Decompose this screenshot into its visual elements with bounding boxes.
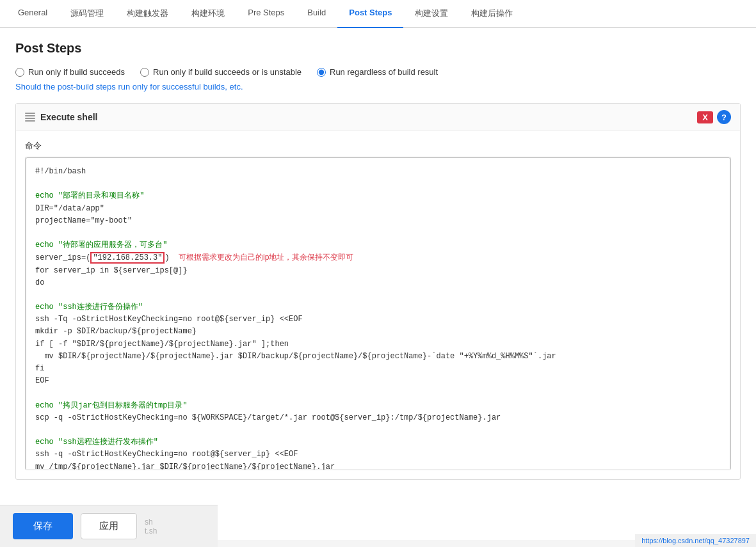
page-title: Post Steps [15,41,741,56]
radio-label-3: Run regardless of build result [330,67,438,77]
save-button[interactable]: 保存 [13,513,73,539]
radio-label-2: Run only if build succeeds or is unstabl… [153,67,302,77]
close-button[interactable]: X [697,111,713,123]
tab-build-trigger[interactable]: 构建触发器 [115,0,180,28]
tab-post-steps[interactable]: Post Steps [337,0,403,28]
radio-input-3[interactable] [317,68,326,77]
tab-pre-steps[interactable]: Pre Steps [236,0,296,28]
status-bar: https://blog.csdn.net/qq_47327897 [635,534,756,540]
tab-bar: General 源码管理 构建触发器 构建环境 Pre Steps Build … [0,0,756,28]
tab-build-settings[interactable]: 构建设置 [403,0,460,28]
shell-card: Execute shell X ? 命令 #!/bin/bash echo "部… [15,103,741,480]
status-url: https://blog.csdn.net/qq_47327897 [641,537,750,540]
header-buttons: X ? [697,110,731,124]
shell-card-title-area: Execute shell [25,112,98,122]
help-button[interactable]: ? [717,110,731,124]
radio-option-2[interactable]: Run only if build succeeds or is unstabl… [140,67,302,77]
main-content: Post Steps Run only if build succeeds Ru… [0,28,756,540]
shell-card-header: Execute shell X ? [16,104,740,131]
code-editor[interactable]: #!/bin/bash echo "部署的目录和项目名称" DIR="/data… [26,157,730,470]
command-label: 命令 [25,140,731,152]
radio-label-1: Run only if build succeeds [28,67,125,77]
tab-post-build[interactable]: 构建后操作 [460,0,524,28]
radio-group: Run only if build succeeds Run only if b… [15,67,741,77]
radio-input-2[interactable] [140,68,149,77]
hint-text: Should the post-build steps run only for… [15,82,741,91]
tab-general[interactable]: General [6,0,59,28]
drag-handle-icon[interactable] [25,113,35,122]
radio-option-1[interactable]: Run only if build succeeds [15,67,125,77]
apply-button[interactable]: 应用 [81,513,137,539]
partial-label-1: sh [145,518,157,527]
tab-build[interactable]: Build [296,0,337,28]
code-container[interactable]: #!/bin/bash echo "部署的目录和项目名称" DIR="/data… [25,157,731,470]
partial-label-2: t.sh [145,527,157,535]
tab-build-env[interactable]: 构建环境 [180,0,236,28]
shell-card-body: 命令 #!/bin/bash echo "部署的目录和项目名称" DIR="/d… [16,131,740,479]
shell-card-title: Execute shell [40,112,98,122]
bottom-bar: 保存 应用 sh t.sh [0,505,218,540]
tab-source-mgmt[interactable]: 源码管理 [59,0,115,28]
radio-input-1[interactable] [15,68,24,77]
radio-option-3[interactable]: Run regardless of build result [317,67,438,77]
